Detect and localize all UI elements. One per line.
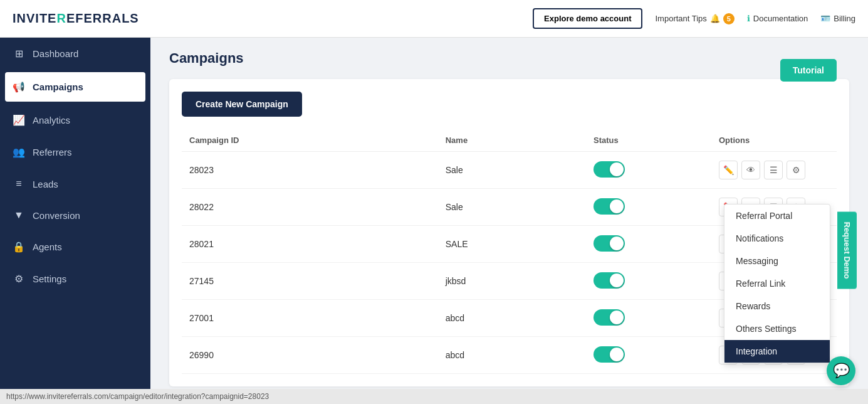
conversion-icon: ▼ [13,210,25,221]
campaign-options-cell: ✏️👁☰⚙ [711,152,837,189]
page-title: Campaigns [169,50,849,66]
sidebar: ⊞ Dashboard 📢 Campaigns 📈 Analytics 👥 Re… [0,38,150,389]
sidebar-item-dashboard[interactable]: ⊞ Dashboard [0,38,150,70]
dropdown-item-others-settings[interactable]: Others Settings [724,317,830,340]
billing-icon: 🪪 [820,14,830,23]
campaign-id-cell: 28023 [182,152,438,189]
campaign-id-cell: 28021 [182,226,438,263]
statusbar: https://www.invitereferrals.com/campaign… [0,389,868,404]
campaign-name-cell: Sale [438,152,586,189]
campaign-name-cell: jkbsd [438,263,586,300]
explore-demo-button[interactable]: Explore demo account [533,8,642,29]
sidebar-item-conversion[interactable]: ▼ Conversion [0,199,150,231]
status-url: https://www.invitereferrals.com/campaign… [6,392,269,401]
preview-icon-btn[interactable]: 👁 [741,161,760,179]
logo: INVITEREFERRALS [13,11,139,26]
request-demo-tab[interactable]: Request Demo [837,212,857,289]
campaign-status-cell [586,337,711,374]
topbar-right: Explore demo account Important Tips 🔔 5 … [533,8,855,29]
campaign-id-cell: 26990 [182,337,438,374]
campaign-name-cell: abcd [438,300,586,337]
billing-link[interactable]: 🪪 Billing [820,14,855,23]
col-header-status: Status [586,129,711,152]
sidebar-item-settings[interactable]: ⚙ Settings [0,263,150,295]
referrers-icon: 👥 [13,146,25,158]
status-toggle[interactable] [593,309,625,326]
campaign-status-cell [586,300,711,337]
bell-icon: 🔔 [710,14,720,23]
content-area: Campaigns Create New Campaign Tutorial C… [150,38,868,389]
sidebar-item-analytics[interactable]: 📈 Analytics [0,104,150,136]
campaign-options-dropdown: Referral Portal Notifications Messaging … [724,204,830,363]
list-icon-btn[interactable]: ☰ [764,161,783,179]
dropdown-item-referral-link[interactable]: Referral Link [724,272,830,295]
campaign-id-cell: 27145 [182,263,438,300]
campaign-status-cell [586,152,711,189]
campaign-status-cell [586,263,711,300]
sidebar-item-leads[interactable]: ≡ Leads [0,168,150,199]
main-layout: ⊞ Dashboard 📢 Campaigns 📈 Analytics 👥 Re… [0,38,868,389]
dropdown-item-rewards[interactable]: Rewards [724,295,830,317]
important-tips-button[interactable]: Important Tips 🔔 5 [655,13,734,24]
status-toggle[interactable] [593,161,625,178]
status-toggle[interactable] [593,272,625,289]
icon-btn-group: ✏️👁☰⚙ [719,161,829,179]
dashboard-icon: ⊞ [13,48,25,60]
table-row: 28023Sale✏️👁☰⚙ [182,152,837,189]
analytics-icon: 📈 [13,114,25,126]
documentation-link[interactable]: ℹ Documentation [747,14,808,23]
campaign-id-cell: 28022 [182,189,438,226]
agents-icon: 🔒 [13,241,25,253]
col-header-id: Campaign ID [182,129,438,152]
edit-icon-btn[interactable]: ✏️ [719,161,738,179]
topbar: INVITEREFERRALS Explore demo account Imp… [0,0,868,38]
sidebar-item-campaigns[interactable]: 📢 Campaigns [5,72,145,102]
status-toggle[interactable] [593,198,625,215]
tips-badge: 5 [723,13,735,24]
sidebar-item-referrers[interactable]: 👥 Referrers [0,136,150,168]
info-icon: ℹ [747,14,750,23]
dropdown-item-messaging[interactable]: Messaging [724,250,830,272]
tips-label: Important Tips [655,14,706,23]
tutorial-button[interactable]: Tutorial [780,59,837,82]
chat-icon: 💬 [833,363,850,379]
status-toggle[interactable] [593,235,625,252]
campaign-name-cell: Sale [438,189,586,226]
campaign-status-cell [586,226,711,263]
settings-icon-btn[interactable]: ⚙ [787,161,805,179]
create-campaign-button[interactable]: Create New Campaign [182,92,302,117]
campaign-id-cell: 27001 [182,300,438,337]
settings-icon: ⚙ [13,273,25,285]
campaign-name-cell: SALE [438,226,586,263]
col-header-options: Options [711,129,837,152]
leads-icon: ≡ [13,178,25,189]
sidebar-item-agents[interactable]: 🔒 Agents [0,231,150,263]
campaign-status-cell [586,189,711,226]
dropdown-item-integration[interactable]: Integration [724,340,830,363]
dropdown-item-referral-portal[interactable]: Referral Portal [724,205,830,227]
status-toggle[interactable] [593,346,625,363]
chat-button[interactable]: 💬 [827,356,855,385]
col-header-name: Name [438,129,586,152]
campaigns-icon: 📢 [13,81,25,93]
dropdown-item-notifications[interactable]: Notifications [724,227,830,250]
campaign-name-cell: abcd [438,337,586,374]
